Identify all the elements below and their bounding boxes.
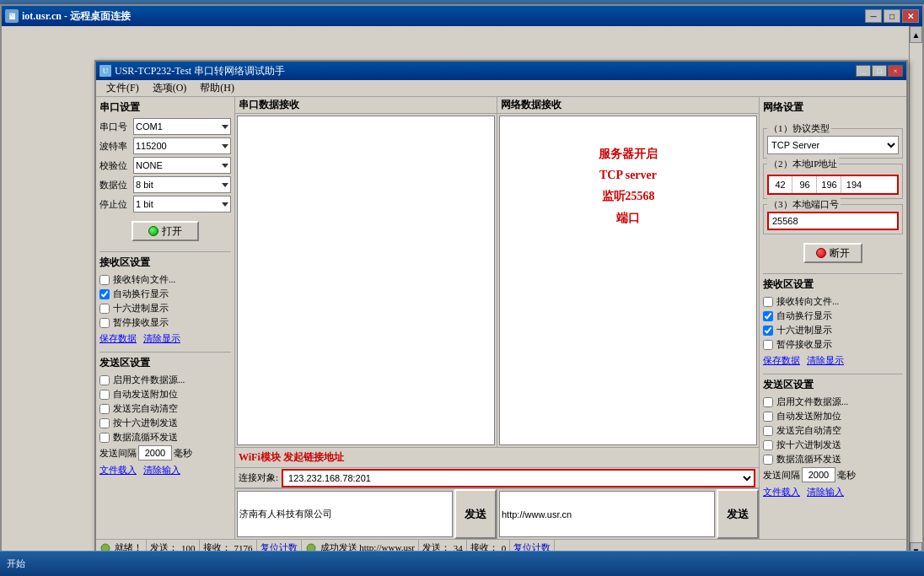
network-send-input-area <box>497 489 717 539</box>
ip-part-3[interactable] <box>818 176 841 193</box>
server-status-text: 服务器开启 TCP server 监听25568 端口 <box>502 118 755 229</box>
app-controls: _ □ × <box>856 65 903 77</box>
remote-window-body: ▲ ▼ U USR-TCP232-Test 串口转网络调试助手 _ □ × <box>2 26 922 559</box>
send-opt3-right: 发送完自动清空 <box>763 424 903 437</box>
send-opt3-right-check[interactable] <box>763 426 773 436</box>
menu-options[interactable]: 选项(O) <box>146 80 194 96</box>
recv-opt1-left-check[interactable] <box>99 275 110 285</box>
serial-data-area[interactable] <box>237 116 495 445</box>
network-panel-header: 网络数据接收 <box>497 97 759 114</box>
connect-row: WiFi模块 发起链接地址 <box>235 448 759 468</box>
maximize-button[interactable]: □ <box>884 9 900 23</box>
send-opt4-right-check[interactable] <box>763 440 773 450</box>
port-label: 串口号 <box>99 121 133 133</box>
menu-help[interactable]: 帮助(H) <box>193 80 241 96</box>
network-send-input[interactable] <box>499 491 715 537</box>
menu-file[interactable]: 文件(F) <box>99 80 146 96</box>
clear-input-link-right[interactable]: 清除输入 <box>807 486 844 498</box>
port-group: （3）本地端口号 <box>763 204 903 234</box>
check-row: 校验位 NONE <box>99 157 231 174</box>
check-select[interactable]: NONE <box>133 157 231 174</box>
send-interval-left: 发送间隔 毫秒 <box>99 445 231 460</box>
save-data-link-left[interactable]: 保存数据 <box>99 332 137 345</box>
port-select[interactable]: COM1 <box>133 118 231 135</box>
scroll-up-btn[interactable]: ▲ <box>910 26 922 43</box>
recv-settings-left-title: 接收区设置 <box>99 256 231 270</box>
recv-opt2-left-check[interactable] <box>99 289 110 299</box>
recv-opt3-right-check[interactable] <box>763 326 773 336</box>
remote-desktop-window: 🖥 iot.usr.cn - 远程桌面连接 ─ □ ✕ ▲ ▼ U USR-TC… <box>0 4 924 561</box>
recv-opt4-left-check[interactable] <box>99 318 110 328</box>
clear-input-link-left[interactable]: 清除输入 <box>143 464 180 476</box>
send-opt1-right-check[interactable] <box>763 397 773 407</box>
recv-settings-left-section: 接收区设置 接收转向文件... 自动换行显示 十六进 <box>99 256 231 345</box>
serial-panel-header: 串口数据接收 <box>235 97 497 114</box>
ip-part-2[interactable] <box>793 176 817 193</box>
send-opt2-right: 自动发送附加位 <box>763 410 903 423</box>
network-send-button[interactable]: 发送 <box>717 489 759 539</box>
port-input[interactable] <box>767 212 899 230</box>
scrollbar-right[interactable]: ▲ ▼ <box>909 26 922 559</box>
interval-input-left[interactable] <box>138 445 172 460</box>
network-data-area[interactable]: 服务器开启 TCP server 监听25568 端口 <box>499 116 757 445</box>
send-opt2-right-check[interactable] <box>763 412 773 422</box>
remote-title-icon: 🖥 <box>5 9 19 23</box>
serial-send-input[interactable] <box>237 491 453 537</box>
ip-part-4[interactable] <box>842 176 866 193</box>
send-opt4-left-check[interactable] <box>99 418 110 428</box>
ip-part-1[interactable] <box>769 176 792 193</box>
recv-opt3-left-check[interactable] <box>99 304 110 314</box>
save-data-link-right[interactable]: 保存数据 <box>763 354 800 367</box>
file-load-link-right[interactable]: 文件载入 <box>763 486 800 498</box>
recv-settings-right-section: 接收区设置 接收转向文件... 自动换行显示 十六进 <box>763 277 903 367</box>
send-opt2-left: 自动发送附加位 <box>99 388 231 401</box>
app-minimize-btn[interactable]: _ <box>856 65 871 77</box>
app-maximize-btn[interactable]: □ <box>872 65 887 77</box>
recv-opt2-right: 自动换行显示 <box>763 310 903 322</box>
send-opt1-right: 启用文件数据源... <box>763 396 903 408</box>
file-load-link-left[interactable]: 文件载入 <box>99 464 137 476</box>
remote-window-controls: ─ □ ✕ <box>865 9 919 23</box>
disconnect-button[interactable]: 断开 <box>803 243 862 263</box>
recv-opt2-right-check[interactable] <box>763 311 773 321</box>
connect-select[interactable]: 123.232.168.78:201 <box>282 469 755 487</box>
disconnect-status-icon <box>816 248 826 258</box>
interval-input-right[interactable] <box>802 467 835 482</box>
clear-display-link-left[interactable]: 清除显示 <box>143 332 180 345</box>
serial-data-panel: 串口数据接收 <box>235 97 497 447</box>
data-panels: 串口数据接收 网络数据接收 <box>235 97 759 448</box>
data-row: 数据位 8 bit <box>99 176 231 193</box>
recv-opt4-left: 暂停接收显示 <box>99 316 231 329</box>
protocol-select[interactable]: TCP Server <box>767 136 899 154</box>
minimize-button[interactable]: ─ <box>865 9 882 23</box>
baud-select[interactable]: 115200 <box>133 137 231 154</box>
send-opt4-right: 按十六进制发送 <box>763 439 903 451</box>
close-button[interactable]: ✕ <box>902 9 919 23</box>
open-status-icon <box>148 226 158 236</box>
ip-input-group <box>767 175 899 195</box>
open-port-button[interactable]: 打开 <box>132 221 199 241</box>
stop-select[interactable]: 1 bit <box>133 196 231 213</box>
recv-opt4-right-check[interactable] <box>763 340 773 350</box>
app-close-btn[interactable]: × <box>888 65 903 77</box>
network-send-area: 发送 <box>497 489 759 539</box>
send-opt2-left-check[interactable] <box>99 390 110 400</box>
recv-opt1-right-check[interactable] <box>763 297 773 307</box>
data-label: 数据位 <box>99 179 133 191</box>
send-opt3-left-check[interactable] <box>99 404 110 414</box>
data-select[interactable]: 8 bit <box>133 176 231 193</box>
port-group-title: （3）本地端口号 <box>767 198 841 211</box>
send-opt1-left-check[interactable] <box>99 375 110 385</box>
taskbar-start[interactable]: 开始 <box>0 557 32 570</box>
send-row-bottom: 发送 发送 <box>235 488 759 539</box>
recv-opt1-left: 接收转向文件... <box>99 273 231 286</box>
menu-bar: 文件(F) 选项(O) 帮助(H) <box>96 80 906 97</box>
clear-display-link-right[interactable]: 清除显示 <box>807 354 844 367</box>
app-content: 串口设置 串口号 COM1 波特率 115200 <box>96 97 906 539</box>
recv-links-left: 保存数据 清除显示 <box>99 332 231 345</box>
serial-send-button[interactable]: 发送 <box>454 489 497 539</box>
send-opt5-right-check[interactable] <box>763 455 773 465</box>
wifi-label: WiFi模块 发起链接地址 <box>239 450 344 465</box>
connect-label: 连接对象: <box>239 471 278 484</box>
send-opt5-left-check[interactable] <box>99 433 110 443</box>
